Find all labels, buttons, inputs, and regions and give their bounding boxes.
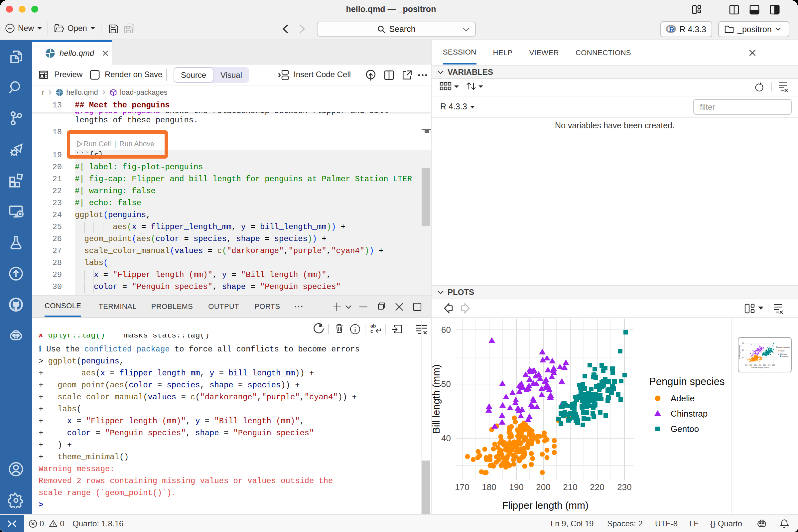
svg-text:Chinstrap: Chinstrap	[780, 353, 787, 355]
svg-text:Flipper length (mm): Flipper length (mm)	[502, 500, 589, 511]
svg-text:190: 190	[754, 364, 757, 366]
svg-text:Chinstrap: Chinstrap	[671, 408, 707, 419]
svg-text:ab: ab	[370, 323, 376, 328]
svg-text:Bill length (mm): Bill length (mm)	[432, 364, 441, 434]
svg-text:R: R	[669, 25, 674, 34]
svg-text:50: 50	[742, 349, 744, 351]
svg-text:200: 200	[536, 482, 550, 492]
svg-text:210: 210	[563, 482, 577, 492]
svg-text:220: 220	[590, 482, 604, 492]
svg-text:180: 180	[482, 482, 496, 492]
svg-text:60: 60	[441, 325, 451, 335]
svg-text:180: 180	[749, 364, 753, 366]
svg-text:170: 170	[455, 482, 469, 492]
svg-text:Bill length (mm): Bill length (mm)	[739, 345, 740, 359]
svg-text:170: 170	[745, 364, 748, 366]
svg-text:Adelie: Adelie	[671, 393, 695, 403]
svg-text:c: c	[370, 328, 373, 334]
svg-text:Adelie: Adelie	[780, 350, 785, 352]
svg-text:200: 200	[758, 364, 761, 366]
svg-text:Gentoo: Gentoo	[782, 356, 788, 358]
svg-text:190: 190	[509, 482, 524, 492]
svg-text:40: 40	[441, 433, 451, 443]
svg-text:Penguin species: Penguin species	[649, 376, 725, 387]
svg-text:Gentoo: Gentoo	[671, 424, 699, 434]
svg-text:Penguin species: Penguin species	[776, 346, 790, 348]
svg-text:40: 40	[742, 357, 744, 358]
svg-text:220: 220	[768, 364, 771, 366]
svg-text:230: 230	[772, 364, 775, 366]
svg-text:60: 60	[742, 342, 744, 344]
svg-text:Flipper length (mm): Flipper length (mm)	[752, 366, 769, 368]
svg-text:50: 50	[441, 379, 451, 389]
svg-text:210: 210	[763, 364, 766, 366]
svg-text:230: 230	[617, 482, 631, 492]
